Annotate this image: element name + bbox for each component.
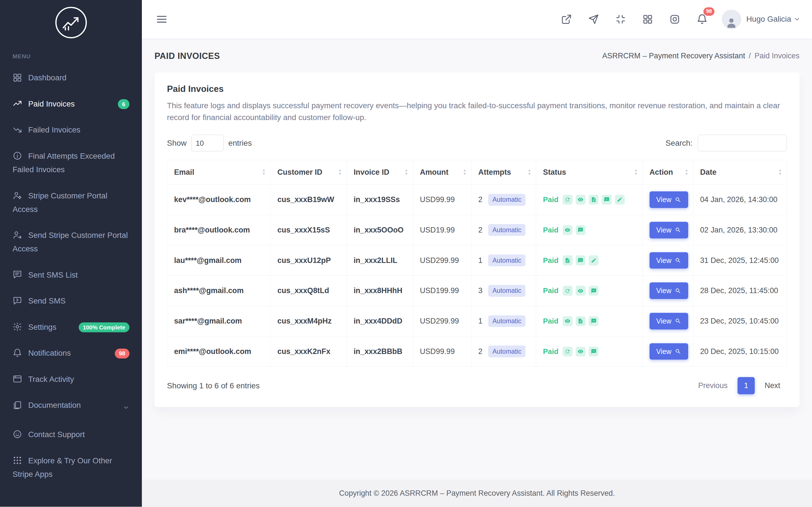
user-name: Hugo Galicia [746, 15, 791, 24]
notifications-count-badge: 98 [115, 349, 130, 358]
view-button[interactable]: View [650, 313, 688, 330]
paid-invoices-card: Paid Invoices This feature logs and disp… [155, 72, 800, 407]
entries-select[interactable]: 10 [191, 135, 224, 151]
notifications-button[interactable]: 98 [692, 9, 712, 30]
sidebar-item-send-stripe-portal-access[interactable]: Send Stripe Customer Portal Access [0, 222, 142, 262]
sidebar-item-failed-invoices[interactable]: Failed Invoices [0, 117, 142, 143]
column-header-amount[interactable]: Amount▲▼ [413, 160, 471, 185]
external-link-icon [561, 14, 572, 25]
apps-grid-button[interactable] [638, 9, 658, 30]
hamburger-menu-button[interactable] [151, 9, 172, 30]
view-button[interactable]: View [650, 282, 688, 299]
paid-invoices-count-badge: 6 [118, 99, 130, 109]
chat-icon[interactable] [576, 225, 586, 235]
table-row: emi****@outlook.comcus_xxxK2nFxin_xxx2BB… [167, 336, 787, 367]
view-button[interactable]: View [650, 222, 688, 238]
sidebar-item-documentation[interactable]: Documentation [0, 392, 142, 421]
table-header-row: Email▲▼ Customer ID▲▼ Invoice ID▲▼ Amoun… [167, 160, 787, 185]
sidebar-item-sent-sms-list[interactable]: Sent SMS List [0, 262, 142, 288]
eye-icon[interactable] [563, 225, 572, 235]
user-icon [725, 16, 738, 29]
pagination: Previous 1 Next [691, 377, 787, 394]
sidebar-item-send-sms[interactable]: Send SMS [0, 288, 142, 314]
document-icon[interactable] [576, 316, 586, 326]
cell-date: 04 Jan, 2026, 14:30:00 [693, 185, 787, 215]
column-header-customer-id[interactable]: Customer ID▲▼ [270, 160, 347, 185]
instagram-button[interactable] [664, 9, 686, 30]
column-header-action[interactable]: Action▲▼ [643, 160, 693, 185]
app-logo[interactable] [0, 0, 142, 45]
table-row: kev****@outlook.comcus_xxxB19wWin_xxx19S… [167, 185, 787, 215]
user-menu[interactable]: Hugo Galicia [719, 10, 801, 29]
sidebar-item-track-activity[interactable]: Track Activity [0, 367, 142, 393]
eye-icon[interactable] [576, 286, 586, 296]
search-label: Search: [666, 139, 693, 148]
attempts-count: 1 [478, 256, 483, 265]
document-icon[interactable] [589, 195, 599, 205]
table-footer: Showing 1 to 6 of 6 entries Previous 1 N… [167, 377, 787, 394]
refresh-icon[interactable] [563, 195, 572, 205]
table-row: sar****@gmail.comcus_xxxM4pHzin_xxx4DDdD… [167, 306, 787, 337]
sidebar-item-label: Documentation [28, 401, 81, 409]
pagination-next[interactable]: Next [758, 378, 787, 394]
chat-icon[interactable] [589, 316, 599, 326]
chat-icon[interactable] [589, 347, 599, 356]
sidebar-item-notifications[interactable]: 98 Notifications [0, 340, 142, 367]
view-button[interactable]: View [650, 191, 688, 208]
cell-action: View [643, 336, 693, 367]
sidebar-item-contact-support[interactable]: Contact Support [0, 421, 142, 448]
eye-icon[interactable] [563, 316, 572, 326]
card-title: Paid Invoices [167, 84, 787, 94]
column-header-date[interactable]: Date▲▼ [693, 160, 787, 185]
table-body: kev****@outlook.comcus_xxxB19wWin_xxx19S… [167, 185, 787, 367]
status-paid-label: Paid [543, 195, 558, 204]
column-header-email[interactable]: Email▲▼ [167, 160, 270, 185]
eye-icon[interactable] [576, 347, 586, 356]
cell-action: View [643, 215, 693, 245]
sidebar-item-dashboard[interactable]: Dashboard [0, 65, 142, 91]
column-header-attempts[interactable]: Attempts▲▼ [471, 160, 536, 185]
refresh-icon[interactable] [563, 286, 572, 296]
view-button[interactable]: View [650, 252, 688, 269]
document-icon[interactable] [563, 255, 572, 265]
sidebar-item-label: Send Stripe Customer Portal Access [12, 231, 128, 253]
sidebar-item-explore-apps[interactable]: Explore & Try Our Other Stripe Apps [0, 448, 142, 487]
settings-complete-badge: 100% Complete [79, 322, 130, 332]
sidebar-item-settings[interactable]: 100% Complete Settings [0, 314, 142, 340]
cell-date: 28 Dec, 2025, 11:45:00 [693, 276, 787, 306]
show-label: Show [167, 139, 187, 148]
sidebar-item-label: Send SMS [28, 296, 66, 305]
entries-control: Show 10 entries [167, 135, 252, 151]
search-input[interactable] [698, 135, 787, 151]
cell-email: bra****@outlook.com [167, 215, 270, 245]
view-button[interactable]: View [650, 343, 688, 360]
signature-icon[interactable] [615, 195, 625, 205]
refresh-icon[interactable] [563, 347, 572, 356]
external-link-button[interactable] [556, 9, 577, 30]
column-header-status[interactable]: Status▲▼ [536, 160, 643, 185]
dashboard-icon [12, 73, 22, 82]
chat-list-icon [12, 270, 22, 280]
column-header-invoice-id[interactable]: Invoice ID▲▼ [347, 160, 413, 185]
gear-icon [12, 322, 22, 332]
cell-attempts: 2Automatic [471, 215, 536, 245]
sidebar-item-final-attempts-exceeded[interactable]: Final Attempts Exceeded Failed Invoices [0, 143, 142, 183]
cell-invoice-id: in_xxx2LLIL [347, 245, 413, 276]
signature-icon[interactable] [589, 255, 599, 265]
sidebar-item-paid-invoices[interactable]: 6 Paid Invoices [0, 91, 142, 117]
chat-icon[interactable] [576, 255, 586, 265]
cell-invoice-id: in_xxx4DDdD [347, 306, 413, 337]
breadcrumb-root[interactable]: ASRRCRM – Payment Recovery Assistant [602, 52, 745, 60]
eye-icon[interactable] [576, 195, 586, 205]
notification-count-badge: 98 [703, 7, 714, 16]
pagination-page-1[interactable]: 1 [738, 377, 755, 394]
fullscreen-exit-button[interactable] [610, 9, 631, 30]
send-button[interactable] [583, 9, 604, 30]
chat-icon[interactable] [589, 286, 599, 296]
trending-down-icon [12, 125, 22, 135]
chat-icon[interactable] [602, 195, 611, 205]
cell-invoice-id: in_xxx5OOoO [347, 215, 413, 245]
sidebar-item-stripe-portal-access[interactable]: Stripe Customer Portal Access [0, 183, 142, 222]
attempt-mode-badge: Automatic [488, 345, 525, 357]
pagination-previous[interactable]: Previous [691, 378, 734, 394]
